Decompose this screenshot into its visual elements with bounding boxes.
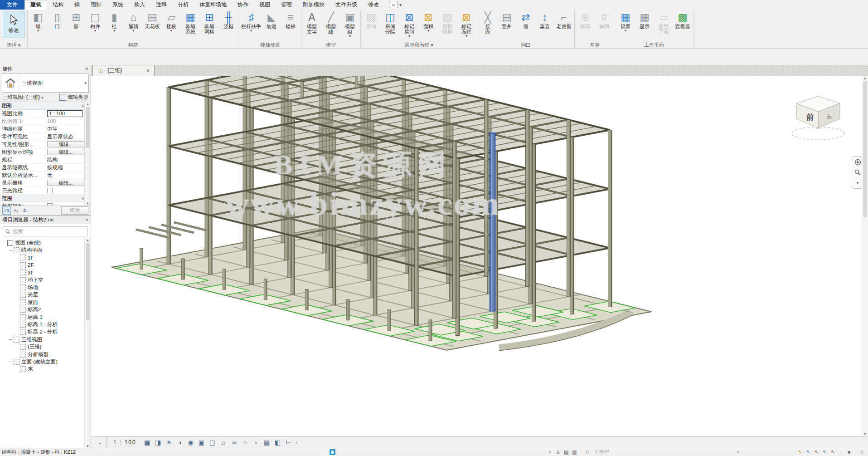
worksets-icon[interactable]: ▤ xyxy=(563,449,570,455)
dropdown-arrow-icon[interactable]: ▾ xyxy=(349,34,351,38)
ribbon-tab[interactable]: 修改 xyxy=(363,0,384,10)
modify-button[interactable]: 修改 xyxy=(3,11,24,38)
ime-indicator-icon[interactable] xyxy=(330,449,335,455)
tree-item[interactable]: −视图 (全部) xyxy=(0,239,91,246)
property-value[interactable] xyxy=(45,187,91,194)
tree-collapse-icon[interactable]: − xyxy=(8,248,13,253)
ribbon-button[interactable]: ▦幕墙 系统 xyxy=(181,10,200,34)
tree-item[interactable]: −三维视图 xyxy=(0,336,91,343)
ribbon-button[interactable]: ◧墙▾ xyxy=(29,10,48,32)
tree-item[interactable]: 屋面 xyxy=(0,299,91,306)
scroll-thumb[interactable] xyxy=(86,243,90,320)
tree-item[interactable]: 标高 1 - 分析 xyxy=(0,321,91,328)
ribbon-button[interactable]: ♯栏杆扶手▾ xyxy=(240,10,262,32)
active-workset-label[interactable]: 主模型 xyxy=(592,449,612,456)
sort-ascending-button[interactable]: A↓ xyxy=(12,206,20,215)
lock-3d-view-icon[interactable]: ⌂ xyxy=(219,438,228,447)
file-menu-button[interactable]: 文件 xyxy=(0,0,24,10)
browser-search-input[interactable]: 搜索 xyxy=(3,226,88,236)
ribbon-button[interactable]: ▤竖井 xyxy=(497,10,516,29)
scroll-up-icon[interactable]: ▲ xyxy=(863,76,867,80)
view-cube[interactable]: 前 右 xyxy=(789,93,849,144)
ribbon-button[interactable]: ╫竖梃 xyxy=(219,10,238,29)
view-tab-close-icon[interactable]: × xyxy=(146,68,150,74)
property-value[interactable] xyxy=(45,202,91,206)
ribbon-button[interactable]: ⌂屋顶▾ xyxy=(124,10,143,32)
tree-item[interactable]: 标高 1 xyxy=(0,314,91,321)
edit-button[interactable]: 编辑... xyxy=(47,180,84,186)
view-tab-3d[interactable]: {三维} × xyxy=(92,65,155,76)
dropdown-arrow-icon[interactable]: ▾ xyxy=(250,29,252,32)
ribbon-tab[interactable]: 结构 xyxy=(47,0,69,10)
scroll-up-icon[interactable]: ▲ xyxy=(86,238,90,242)
edit-button[interactable]: 编辑... xyxy=(47,149,84,155)
ribbon-tab[interactable]: 视图 xyxy=(254,0,276,10)
property-value[interactable]: 显示原状态 xyxy=(45,133,91,140)
ribbon-button[interactable]: ◣坡道 xyxy=(262,10,281,29)
tree-collapse-icon[interactable]: − xyxy=(8,359,13,364)
ribbon-button[interactable]: ▤天花板 xyxy=(143,10,162,29)
tree-item[interactable]: 东 xyxy=(0,366,91,373)
viewcube-front-label[interactable]: 前 xyxy=(806,113,814,122)
drag-elements-icon[interactable]: ↖ xyxy=(829,449,837,455)
ribbon-tab[interactable]: 插入 xyxy=(129,0,150,10)
ribbon-button[interactable]: ⌐老虎窗 xyxy=(554,10,573,29)
ribbon-tab[interactable]: 建筑 xyxy=(24,0,47,10)
dropdown-arrow-icon[interactable]: ▾ xyxy=(625,29,626,32)
ribbon-button[interactable]: ↕垂直 xyxy=(535,10,554,29)
dropdown-arrow-icon[interactable]: ▾ xyxy=(427,29,429,32)
filter-icon[interactable]: ▼ xyxy=(845,450,853,455)
sun-settings-icon[interactable]: ☀ xyxy=(165,438,174,447)
ribbon-tab[interactable]: 附加模块 xyxy=(297,0,330,10)
ribbon-button[interactable]: A模型 文字 xyxy=(302,10,321,34)
ribbon-tab[interactable]: 管理 xyxy=(276,0,297,10)
property-value[interactable]: 编辑... xyxy=(45,141,91,148)
dropdown-arrow-icon[interactable]: ▾ xyxy=(408,34,410,38)
pin-cursor-icon[interactable]: ↖ xyxy=(813,449,820,455)
displace-constraints-icon[interactable]: ⊢ xyxy=(284,438,293,447)
scroll-corner-chevron[interactable]: ⌄ xyxy=(93,436,107,448)
properties-close-icon[interactable]: × xyxy=(85,66,88,72)
scroll-down-icon[interactable]: ▼ xyxy=(863,432,867,436)
reveal-hidden-elements-icon[interactable]: ○ xyxy=(241,438,250,447)
browser-scrollbar[interactable]: ▲ ▼ xyxy=(84,238,91,448)
ribbon-button[interactable]: ⊠面积▾ xyxy=(419,10,438,32)
ribbon-button[interactable]: ≡楼梯 xyxy=(281,10,300,29)
ribbon-display-toggle[interactable]: ▭ ▾ xyxy=(389,0,402,10)
property-section-header[interactable]: 图形∧ xyxy=(0,102,91,110)
worksets-chevron[interactable]: ▾ xyxy=(546,449,554,455)
tree-item[interactable]: 3F xyxy=(0,269,91,276)
type-selector[interactable]: 三维视图 ▾ xyxy=(2,74,89,93)
property-value[interactable]: 100 xyxy=(45,118,91,125)
edit-type-button[interactable]: 编辑类型 xyxy=(59,94,88,101)
vcb-collapse-icon[interactable]: ‹ xyxy=(296,439,298,446)
sort-default-button[interactable]: ≡⇅ xyxy=(2,206,11,215)
steering-wheel-icon[interactable] xyxy=(853,158,862,166)
dropdown-arrow-icon[interactable]: ▾ xyxy=(37,29,39,32)
ribbon-button[interactable]: ▦显示 xyxy=(635,10,654,29)
ribbon-group-label-select[interactable]: 选择 ▾ xyxy=(1,42,26,48)
checkbox[interactable] xyxy=(47,188,53,193)
ribbon-tab[interactable]: 预制 xyxy=(85,0,107,10)
scroll-thumb[interactable] xyxy=(863,81,867,217)
selection-box-icon[interactable]: ▫ xyxy=(252,438,261,447)
structural-model[interactable] xyxy=(91,76,863,436)
apply-button[interactable]: 应用 xyxy=(61,206,88,215)
tree-item[interactable]: 夹层 xyxy=(0,291,91,299)
ribbon-button[interactable]: ▱楼板▾ xyxy=(162,10,181,32)
drawing-area[interactable]: BIM资源网 www.bimzyw.com 前 右 xyxy=(91,76,868,436)
ribbon-button[interactable]: ▩查看器 xyxy=(673,10,692,29)
temporary-view-properties-icon[interactable]: ▤ xyxy=(262,438,272,447)
property-value[interactable]: 中等 xyxy=(45,125,91,132)
background-process-icon[interactable]: ◌ xyxy=(837,450,845,455)
link-cursor-icon[interactable]: ↖ xyxy=(796,449,804,455)
ribbon-button[interactable]: ▣模型 组▾ xyxy=(340,10,359,38)
property-section-header[interactable]: 范围∧ xyxy=(0,195,91,202)
viewcube-right-label[interactable]: 右 xyxy=(826,113,832,120)
property-value[interactable]: 编辑... xyxy=(45,179,91,186)
ribbon-button[interactable]: ▮柱▾ xyxy=(105,10,124,32)
ribbon-button[interactable]: ⊠标记 房间▾ xyxy=(400,10,419,38)
tree-item[interactable]: 分析模型 xyxy=(0,351,91,358)
tree-item[interactable]: 标高 2 - 分析 xyxy=(0,329,91,336)
design-options-chevron[interactable]: ▾ xyxy=(734,449,742,455)
